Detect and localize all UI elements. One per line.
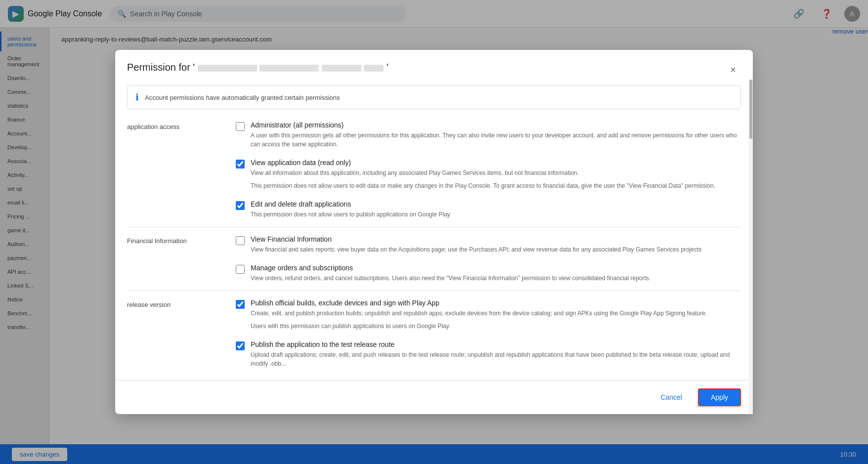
checkbox-admin[interactable] bbox=[236, 122, 245, 131]
info-banner: ℹ Account permissions have automatically… bbox=[127, 85, 741, 109]
title-blurred-3 bbox=[322, 65, 361, 72]
title-blurred-2 bbox=[260, 65, 319, 72]
permissions-list-app-access: Administrator (all permissions) A user w… bbox=[236, 121, 741, 219]
permission-edit-draft: Edit and delete draft applications This … bbox=[236, 200, 741, 219]
apply-button[interactable]: Apply bbox=[698, 388, 741, 406]
perm-edit-draft-title: Edit and delete draft applications bbox=[251, 200, 450, 208]
perm-publish-official-content: Publish official builds, exclude devices… bbox=[251, 299, 707, 331]
checkbox-view-financial[interactable] bbox=[236, 236, 245, 245]
perm-publish-official-title: Publish official builds, exclude devices… bbox=[251, 299, 707, 307]
title-blurred-1 bbox=[198, 65, 257, 72]
permission-dialog: Permission for ' ' × ℹ Account permissio… bbox=[115, 50, 753, 414]
perm-view-financial-desc: View financial and sales reports; view b… bbox=[251, 245, 701, 254]
checkbox-manage-orders[interactable] bbox=[236, 265, 245, 274]
checkbox-view-data[interactable] bbox=[236, 160, 245, 169]
dialog-title: Permission for ' ' bbox=[127, 62, 389, 73]
section-row-financial: Financial Information View Financial Inf… bbox=[127, 235, 741, 283]
permission-admin: Administrator (all permissions) A user w… bbox=[236, 121, 741, 149]
section-row-release: release version Publish official builds,… bbox=[127, 299, 741, 368]
perm-view-data-extra: This permission does not allow users to … bbox=[251, 181, 715, 190]
permission-publish-official: Publish official builds, exclude devices… bbox=[236, 299, 741, 331]
perm-manage-orders-desc: View orders, refund orders, and cancel s… bbox=[251, 274, 651, 283]
perm-admin-desc: A user with this permission gets all oth… bbox=[251, 131, 741, 149]
perm-admin-title: Administrator (all permissions) bbox=[251, 121, 741, 129]
checkbox-publish-official[interactable] bbox=[236, 300, 245, 309]
perm-edit-draft-desc: This permission does not allow users to … bbox=[251, 210, 450, 219]
perm-publish-test-title: Publish the application to the test rele… bbox=[251, 340, 741, 348]
title-suffix: ' bbox=[387, 62, 389, 73]
perm-manage-orders-title: Manage orders and subscriptions bbox=[251, 264, 651, 272]
section-financial: Financial Information View Financial Inf… bbox=[127, 235, 741, 283]
section-release: release version Publish official builds,… bbox=[127, 299, 741, 368]
info-icon: ℹ bbox=[135, 92, 139, 103]
cancel-button[interactable]: Cancel bbox=[652, 389, 690, 405]
section-row-app-access: application access Administrator (all pe… bbox=[127, 121, 741, 219]
section-label-app-access: application access bbox=[127, 121, 236, 130]
section-divider-2 bbox=[127, 291, 741, 291]
perm-manage-orders-content: Manage orders and subscriptions View ord… bbox=[251, 264, 651, 283]
scroll-thumb bbox=[749, 80, 752, 139]
dialog-header: Permission for ' ' × bbox=[115, 50, 753, 85]
info-message: Account permissions have automatically g… bbox=[145, 94, 340, 101]
perm-publish-test-content: Publish the application to the test rele… bbox=[251, 340, 741, 368]
perm-view-data-title: View application data (read only) bbox=[251, 159, 715, 167]
perm-view-financial-title: View Financial Information bbox=[251, 235, 701, 243]
perm-publish-official-extra: Users with this permission can publish a… bbox=[251, 322, 707, 331]
section-app-access: application access Administrator (all pe… bbox=[127, 121, 741, 219]
perm-admin-content: Administrator (all permissions) A user w… bbox=[251, 121, 741, 149]
perm-view-data-desc: View all information about this applicat… bbox=[251, 169, 715, 177]
section-label-release: release version bbox=[127, 299, 236, 308]
perm-publish-official-desc: Create, edit, and publish production bui… bbox=[251, 309, 707, 318]
permission-view-financial: View Financial Information View financia… bbox=[236, 235, 741, 254]
perm-view-financial-content: View Financial Information View financia… bbox=[251, 235, 701, 254]
permissions-list-release: Publish official builds, exclude devices… bbox=[236, 299, 741, 368]
title-prefix: Permission for ' bbox=[127, 62, 195, 73]
permission-manage-orders: Manage orders and subscriptions View ord… bbox=[236, 264, 741, 283]
modal-overlay: Permission for ' ' × ℹ Account permissio… bbox=[0, 0, 868, 464]
perm-publish-test-desc: Upload draft applications; create, edit,… bbox=[251, 350, 741, 368]
checkbox-publish-test[interactable] bbox=[236, 341, 245, 350]
dialog-footer: Cancel Apply bbox=[115, 380, 753, 414]
close-icon: × bbox=[730, 64, 736, 76]
section-divider-1 bbox=[127, 227, 741, 227]
checkbox-edit-draft[interactable] bbox=[236, 201, 245, 210]
dialog-body[interactable]: ℹ Account permissions have automatically… bbox=[115, 85, 753, 380]
permission-view-data: View application data (read only) View a… bbox=[236, 159, 741, 190]
permissions-list-financial: View Financial Information View financia… bbox=[236, 235, 741, 283]
title-blurred-4 bbox=[364, 65, 384, 72]
perm-view-data-content: View application data (read only) View a… bbox=[251, 159, 715, 190]
permission-publish-test: Publish the application to the test rele… bbox=[236, 340, 741, 368]
section-label-financial: Financial Information bbox=[127, 235, 236, 245]
dialog-close-button[interactable]: × bbox=[725, 62, 741, 78]
perm-edit-draft-content: Edit and delete draft applications This … bbox=[251, 200, 450, 219]
scroll-track bbox=[749, 80, 753, 414]
